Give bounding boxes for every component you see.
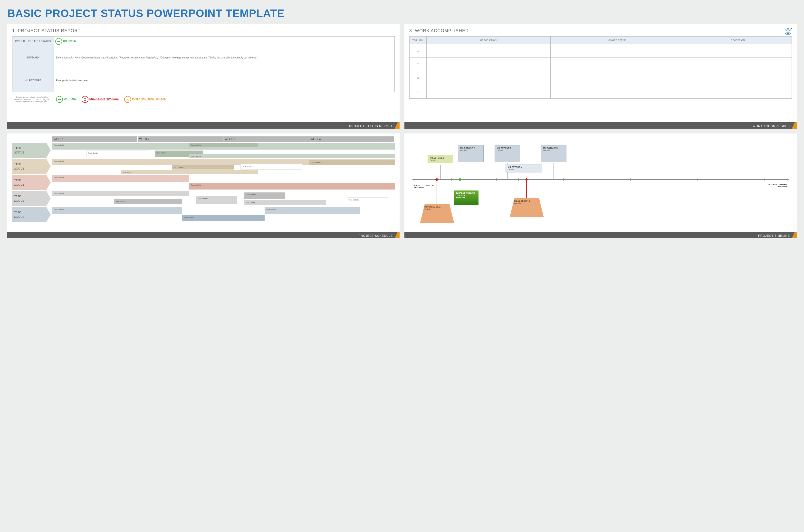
axis-end-label: PROJECT END DATE00/00/0000 [768, 183, 787, 188]
slide-footer: WORK ACCOMPLISHED [405, 122, 797, 129]
timeline-area: MILESTONE 1Details MILESTONE 2Details MI… [409, 138, 792, 228]
milestones-cell[interactable]: Enter project milestones here. [54, 69, 395, 92]
page-title: BASIC PROJECT STATUS POWERPOINT TEMPLATE [7, 7, 797, 19]
legend-hint: Choose an icon, at right, to reflect the… [12, 96, 51, 103]
status-roadblock[interactable]: ⊘ ROADBLOCK / OVERAGE [81, 96, 119, 103]
gantt-bar[interactable]: Task details [52, 191, 189, 196]
slides-grid: 1. PROJECT STATUS REPORT OVERALL PROJECT… [7, 24, 797, 238]
roadblock-line [526, 181, 527, 198]
gantt-bar[interactable]: Task details [52, 207, 182, 214]
status-on-track[interactable]: ➔ ON TRACK [56, 96, 77, 103]
table-row[interactable]: 4 [410, 85, 792, 99]
roadblock-card[interactable]: ROADBLOCK 2Details [510, 198, 544, 217]
slide-timeline: MILESTONE 1Details MILESTONE 2Details MI… [405, 133, 797, 238]
gantt-bar[interactable]: Task details [241, 164, 302, 170]
status-risks[interactable]: △ POTENTIAL RISKS / DELAYS [124, 96, 166, 103]
work-table: TASK NO. DESCRIPTION OWNER / TEAM RECEPT… [409, 36, 792, 99]
gantt-bar[interactable]: Task details [182, 215, 264, 221]
milestone-card[interactable]: MILESTONE 3Details [494, 145, 520, 162]
timeline-axis [414, 179, 787, 180]
gantt-bar[interactable]: Task details [189, 183, 395, 190]
overall-status-cell[interactable]: ➔ ON TRACK [54, 37, 395, 46]
slide-heading: 1. PROJECT STATUS REPORT [12, 28, 395, 33]
warning-icon: △ [124, 96, 131, 103]
slide-schedule: TASKSTATUS TASKSTATUS TASKSTATUS TASKSTA… [7, 133, 399, 238]
week-header: WEEK 1WEEK 2WEEK 3WEEK 4 [52, 136, 395, 142]
gantt-bar[interactable]: Task details [244, 192, 285, 199]
col-reception: RECEPTION [684, 37, 791, 44]
gantt-bar[interactable]: Task details [196, 196, 237, 204]
col-task-no: TASK NO. [410, 37, 427, 44]
task-block[interactable]: TASKSTATUS [12, 207, 46, 222]
milestone-card[interactable]: MILESTONE 1Details [428, 155, 453, 163]
summary-cell[interactable]: Enter information here about overall sta… [54, 46, 395, 69]
gantt-bar[interactable]: Task details [52, 175, 189, 182]
gantt-bar[interactable]: Task details [189, 154, 395, 158]
arrow-right-icon: ➔ [56, 96, 63, 103]
gantt-bar[interactable]: Task details [172, 165, 233, 170]
task-block[interactable]: TASKSTATUS [12, 175, 46, 190]
status-table: OVERALL PROJECT STATUS ➔ ON TRACK SUMMAR… [12, 36, 395, 92]
gantt-area: WEEK 1WEEK 2WEEK 3WEEK 4 Task details Ta… [52, 136, 395, 227]
gantt-bar[interactable]: Task details [114, 199, 182, 204]
gantt-bar[interactable]: Task details [265, 207, 360, 214]
arrow-right-icon: ➔ [55, 38, 62, 45]
target-icon [784, 27, 793, 36]
current-line [460, 181, 460, 190]
slide-footer: PROJECT SCHEDULE [7, 232, 399, 238]
roadblock-line [436, 181, 437, 204]
gantt-bar[interactable]: Task details [309, 160, 395, 165]
slide-heading: 3. WORK ACCOMPLISHED [409, 28, 792, 33]
slide-footer: PROJECT STATUS REPORT [7, 122, 399, 129]
arrow-left-icon [412, 178, 414, 181]
arrow-right-icon [787, 178, 789, 181]
gantt-bar[interactable]: Task details [120, 170, 258, 174]
gantt-bar[interactable]: Task details [189, 143, 258, 147]
slide-status-report: 1. PROJECT STATUS REPORT OVERALL PROJECT… [7, 24, 399, 129]
status-label: ON TRACK [63, 40, 394, 43]
col-description: DESCRIPTION [427, 37, 550, 44]
roadblock-card[interactable]: ROADBLOCK 1Details [420, 204, 454, 223]
table-row[interactable]: 1 [410, 44, 792, 58]
task-block[interactable]: TASKSTATUS [12, 143, 46, 158]
gantt-bar[interactable]: Task details [87, 151, 148, 157]
milestones-label: MILESTONES [13, 69, 54, 92]
table-row[interactable]: 2 [410, 58, 792, 71]
stop-icon: ⊘ [81, 96, 89, 103]
current-position[interactable]: CURRENT TIMELINE POSITION 00/00/0000 [454, 190, 479, 205]
gantt-row: Task details Task details Task details T… [52, 143, 395, 158]
slide-work-accomplished: 3. WORK ACCOMPLISHED TASK NO. DESCRIPTIO… [405, 24, 797, 129]
slide-footer: PROJECT TIMELINE [405, 232, 797, 238]
table-row[interactable]: 3 [410, 71, 792, 85]
milestone-card[interactable]: MILESTONE 4Details [506, 164, 542, 172]
gantt-bar[interactable]: Task details [347, 197, 388, 204]
task-labels-col: TASKSTATUS TASKSTATUS TASKSTATUS TASKSTA… [12, 136, 46, 227]
task-block[interactable]: TASKSTATUS [12, 191, 46, 206]
summary-label: SUMMARY [13, 46, 54, 69]
task-block[interactable]: TASKSTATUS [12, 159, 46, 174]
status-legend: Choose an icon, at right, to reflect the… [12, 96, 395, 103]
gantt-bar[interactable]: Task details [244, 200, 326, 205]
axis-start-label: PROJECT START DATE00/00/0000 [414, 184, 436, 189]
milestone-card[interactable]: MILESTONE 5Details [541, 145, 566, 162]
overall-status-label: OVERALL PROJECT STATUS [13, 37, 54, 46]
col-owner: OWNER / TEAM [550, 37, 684, 44]
milestone-card[interactable]: MILESTONE 2Details [458, 145, 484, 162]
